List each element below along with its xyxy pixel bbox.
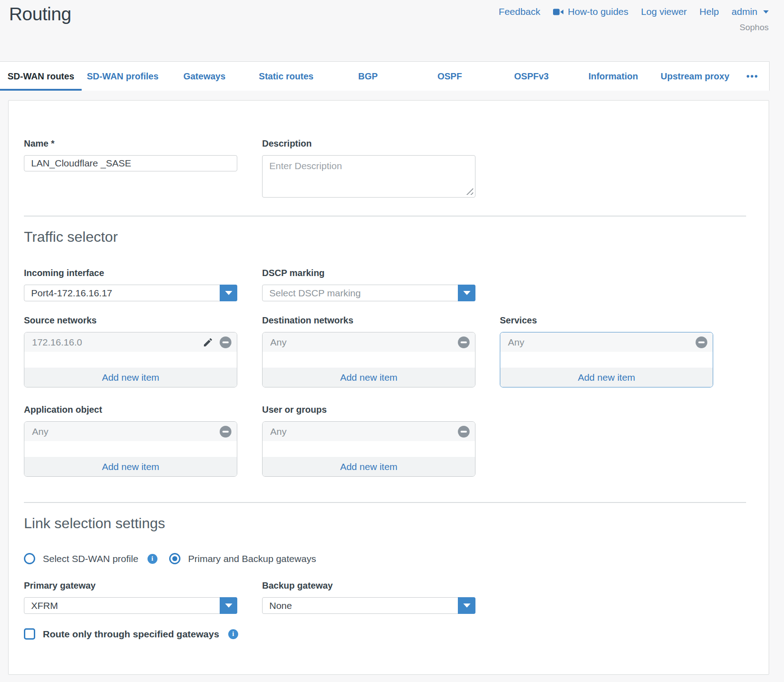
source-networks-label: Source networks [24,315,237,326]
primary-gateway-label: Primary gateway [24,581,237,591]
help-label: Help [700,6,719,17]
backup-gateway-value: None [269,598,292,613]
dscp-marking-label: DSCP marking [262,268,475,278]
log-viewer-link[interactable]: Log viewer [641,6,687,17]
remove-icon[interactable] [220,336,231,348]
remove-icon[interactable] [696,336,707,348]
destination-networks-list: Any Add new item [262,332,475,387]
tab-information[interactable]: Information [572,62,654,91]
page-title: Routing [9,4,71,25]
destination-networks-label: Destination networks [262,315,475,326]
services-list: Any Add new item [500,332,713,387]
incoming-interface-value: Port4-172.16.16.17 [31,285,112,301]
tab-static-routes[interactable]: Static routes [245,62,327,91]
info-icon[interactable]: i [148,554,157,564]
remove-icon[interactable] [458,336,470,348]
name-input[interactable] [24,155,237,171]
dropdown-button[interactable] [220,597,237,614]
how-to-guides-link[interactable]: How-to guides [553,6,628,17]
tab-upstream-proxy[interactable]: Upstream proxy [654,62,736,91]
list-item-label: Any [32,426,220,437]
feedback-link[interactable]: Feedback [499,6,540,17]
tab-bgp[interactable]: BGP [327,62,409,91]
list-empty-area [24,352,237,368]
add-new-item-button[interactable]: Add new item [24,368,237,387]
top-nav: Feedback How-to guides Log viewer Help a… [499,6,769,17]
list-item-label: Any [508,337,696,348]
radio-primary-backup-label[interactable]: Primary and Backup gateways [188,553,316,564]
description-input[interactable] [262,155,475,198]
route-only-label[interactable]: Route only through specified gateways [43,629,219,640]
chevron-down-icon [463,604,470,608]
user-groups-label: User or groups [262,405,475,415]
name-label: Name * [24,138,237,149]
primary-gateway-select[interactable]: XFRM [24,597,237,614]
brand-label: Sophos [740,23,769,32]
list-item-label: 172.16.16.0 [32,337,203,348]
tab-sdwan-profiles[interactable]: SD-WAN profiles [82,62,163,91]
tab-ospfv3[interactable]: OSPFv3 [491,62,572,91]
traffic-selector-title: Traffic selector [24,229,118,245]
list-item-label: Any [270,337,458,348]
description-label: Description [262,138,475,149]
dropdown-button[interactable] [220,285,237,301]
how-to-guides-label: How-to guides [568,6,628,17]
link-selection-title: Link selection settings [24,515,165,532]
application-object-label: Application object [24,405,237,415]
backup-gateway-select[interactable]: None [262,597,475,614]
help-link[interactable]: Help [700,6,719,17]
admin-label: admin [732,6,757,17]
list-empty-area [24,441,237,457]
add-new-item-button[interactable]: Add new item [500,368,713,387]
radio-sdwan-profile[interactable] [24,553,35,564]
tab-bar: SD-WAN routes SD-WAN profiles Gateways S… [0,61,770,91]
list-item-label: Any [270,426,458,437]
chevron-down-icon [763,10,769,14]
admin-menu[interactable]: admin [732,6,769,17]
chevron-down-icon [225,604,232,608]
list-empty-area [263,352,475,368]
list-empty-area [263,441,475,457]
edit-icon[interactable] [203,337,213,348]
radio-sdwan-profile-label[interactable]: Select SD-WAN profile [43,553,138,564]
section-divider [24,502,746,503]
chevron-down-icon [463,291,470,295]
tab-sdwan-routes[interactable]: SD-WAN routes [0,62,82,91]
dropdown-button[interactable] [458,285,475,301]
more-tabs-button[interactable]: ••• [736,62,769,91]
radio-primary-backup[interactable] [169,553,180,564]
backup-gateway-label: Backup gateway [262,581,475,591]
sdwan-profile-radio-group: Select SD-WAN profile i [24,553,157,564]
route-only-row: Route only through specified gateways i [24,628,238,640]
dropdown-button[interactable] [458,597,475,614]
feedback-label: Feedback [499,6,540,17]
application-object-list: Any Add new item [24,421,237,477]
incoming-interface-label: Incoming interface [24,268,237,278]
tab-ospf[interactable]: OSPF [409,62,490,91]
list-item: Any [263,332,475,352]
user-groups-list: Any Add new item [262,421,475,477]
route-only-checkbox[interactable] [24,628,35,640]
add-new-item-button[interactable]: Add new item [24,457,237,476]
incoming-interface-select[interactable]: Port4-172.16.16.17 [24,285,237,301]
list-item: Any [263,422,475,441]
tab-gateways[interactable]: Gateways [164,62,245,91]
list-item: Any [24,422,237,441]
list-item: Any [500,332,713,352]
video-icon [553,8,564,16]
list-item: 172.16.16.0 [24,332,237,352]
remove-icon[interactable] [220,426,231,438]
primary-backup-radio-group: Primary and Backup gateways [169,553,316,564]
sdwan-route-form: Name * Description Traffic selector Inco… [8,100,769,675]
remove-icon[interactable] [458,426,470,438]
chevron-down-icon [225,291,232,295]
log-viewer-label: Log viewer [641,6,687,17]
list-empty-area [500,352,713,368]
info-icon[interactable]: i [228,629,238,639]
primary-gateway-value: XFRM [31,598,58,613]
source-networks-list: 172.16.16.0 Add new item [24,332,237,387]
add-new-item-button[interactable]: Add new item [263,368,475,387]
dscp-marking-select[interactable]: Select DSCP marking [262,285,475,301]
dscp-marking-placeholder: Select DSCP marking [269,285,361,301]
add-new-item-button[interactable]: Add new item [263,457,475,476]
